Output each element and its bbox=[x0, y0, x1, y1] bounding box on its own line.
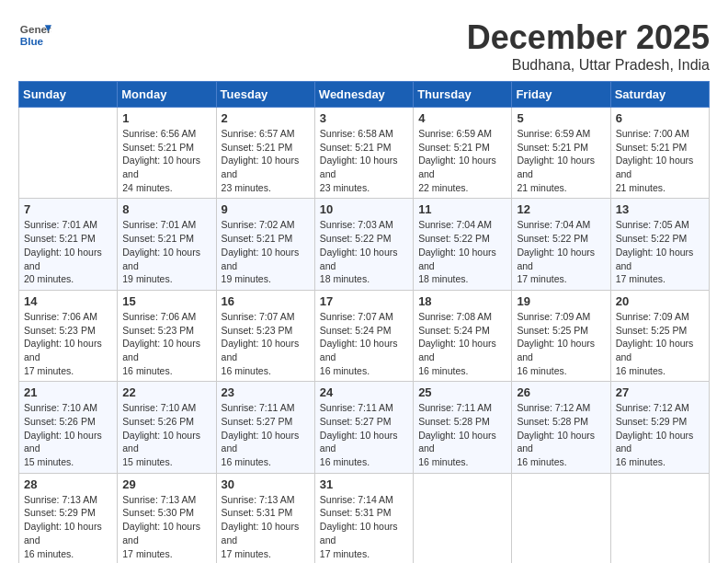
calendar-cell: 20Sunrise: 7:09 AM Sunset: 5:25 PM Dayli… bbox=[610, 290, 709, 381]
header-friday: Friday bbox=[512, 82, 610, 108]
calendar-cell: 26Sunrise: 7:12 AM Sunset: 5:28 PM Dayli… bbox=[512, 382, 610, 473]
day-info: Sunrise: 7:00 AM Sunset: 5:21 PM Dayligh… bbox=[616, 127, 704, 194]
day-number: 20 bbox=[616, 294, 704, 308]
calendar-cell: 14Sunrise: 7:06 AM Sunset: 5:23 PM Dayli… bbox=[19, 290, 118, 381]
day-number: 16 bbox=[222, 294, 310, 308]
day-number: 29 bbox=[122, 477, 210, 491]
calendar-cell bbox=[19, 108, 118, 199]
calendar-cell: 5Sunrise: 6:59 AM Sunset: 5:21 PM Daylig… bbox=[512, 108, 610, 199]
day-info: Sunrise: 7:06 AM Sunset: 5:23 PM Dayligh… bbox=[122, 310, 210, 377]
day-info: Sunrise: 7:06 AM Sunset: 5:23 PM Dayligh… bbox=[24, 310, 112, 377]
day-info: Sunrise: 7:11 AM Sunset: 5:27 PM Dayligh… bbox=[222, 401, 310, 468]
logo: General Blue bbox=[18, 18, 51, 52]
calendar-cell: 2Sunrise: 6:57 AM Sunset: 5:21 PM Daylig… bbox=[216, 108, 314, 199]
header-saturday: Saturday bbox=[610, 82, 709, 108]
calendar-cell: 17Sunrise: 7:07 AM Sunset: 5:24 PM Dayli… bbox=[314, 290, 413, 381]
day-info: Sunrise: 7:03 AM Sunset: 5:22 PM Dayligh… bbox=[320, 218, 408, 285]
calendar-cell: 22Sunrise: 7:10 AM Sunset: 5:26 PM Dayli… bbox=[118, 382, 216, 473]
day-number: 23 bbox=[222, 385, 310, 399]
day-number: 22 bbox=[122, 385, 210, 399]
calendar-week-row: 7Sunrise: 7:01 AM Sunset: 5:21 PM Daylig… bbox=[19, 199, 710, 290]
day-number: 17 bbox=[320, 294, 408, 308]
day-number: 15 bbox=[122, 294, 210, 308]
day-info: Sunrise: 7:13 AM Sunset: 5:30 PM Dayligh… bbox=[122, 493, 210, 560]
day-info: Sunrise: 7:14 AM Sunset: 5:31 PM Dayligh… bbox=[320, 493, 408, 560]
day-info: Sunrise: 7:07 AM Sunset: 5:23 PM Dayligh… bbox=[222, 310, 310, 377]
calendar-cell: 23Sunrise: 7:11 AM Sunset: 5:27 PM Dayli… bbox=[216, 382, 314, 473]
day-info: Sunrise: 7:12 AM Sunset: 5:29 PM Dayligh… bbox=[616, 401, 704, 468]
page-header: General Blue December 2025 Budhana, Utta… bbox=[18, 18, 710, 74]
calendar-cell: 10Sunrise: 7:03 AM Sunset: 5:22 PM Dayli… bbox=[314, 199, 413, 290]
calendar-table: SundayMondayTuesdayWednesdayThursdayFrid… bbox=[18, 81, 710, 563]
day-info: Sunrise: 7:11 AM Sunset: 5:28 PM Dayligh… bbox=[418, 401, 506, 468]
svg-text:Blue: Blue bbox=[20, 35, 44, 47]
day-number: 10 bbox=[320, 202, 408, 216]
day-number: 12 bbox=[517, 202, 605, 216]
day-number: 6 bbox=[616, 111, 704, 125]
day-info: Sunrise: 7:13 AM Sunset: 5:31 PM Dayligh… bbox=[222, 493, 310, 560]
day-info: Sunrise: 6:58 AM Sunset: 5:21 PM Dayligh… bbox=[320, 127, 408, 194]
header-monday: Monday bbox=[118, 82, 216, 108]
calendar-cell: 3Sunrise: 6:58 AM Sunset: 5:21 PM Daylig… bbox=[314, 108, 413, 199]
calendar-cell: 7Sunrise: 7:01 AM Sunset: 5:21 PM Daylig… bbox=[19, 199, 118, 290]
day-info: Sunrise: 7:02 AM Sunset: 5:21 PM Dayligh… bbox=[222, 218, 310, 285]
calendar-cell: 11Sunrise: 7:04 AM Sunset: 5:22 PM Dayli… bbox=[414, 199, 512, 290]
day-number: 13 bbox=[616, 202, 704, 216]
header-sunday: Sunday bbox=[19, 82, 118, 108]
calendar-cell bbox=[512, 473, 610, 563]
header-thursday: Thursday bbox=[414, 82, 512, 108]
day-info: Sunrise: 7:12 AM Sunset: 5:28 PM Dayligh… bbox=[517, 401, 605, 468]
day-number: 18 bbox=[418, 294, 506, 308]
calendar-cell: 1Sunrise: 6:56 AM Sunset: 5:21 PM Daylig… bbox=[118, 108, 216, 199]
day-number: 31 bbox=[320, 477, 408, 491]
day-info: Sunrise: 7:04 AM Sunset: 5:22 PM Dayligh… bbox=[418, 218, 506, 285]
day-info: Sunrise: 7:09 AM Sunset: 5:25 PM Dayligh… bbox=[616, 310, 704, 377]
day-info: Sunrise: 7:11 AM Sunset: 5:27 PM Dayligh… bbox=[320, 401, 408, 468]
calendar-cell: 13Sunrise: 7:05 AM Sunset: 5:22 PM Dayli… bbox=[610, 199, 709, 290]
logo-icon: General Blue bbox=[18, 18, 51, 52]
day-info: Sunrise: 7:01 AM Sunset: 5:21 PM Dayligh… bbox=[122, 218, 210, 285]
calendar-cell: 15Sunrise: 7:06 AM Sunset: 5:23 PM Dayli… bbox=[118, 290, 216, 381]
calendar-cell bbox=[414, 473, 512, 563]
day-number: 8 bbox=[122, 202, 210, 216]
calendar-cell: 9Sunrise: 7:02 AM Sunset: 5:21 PM Daylig… bbox=[216, 199, 314, 290]
day-info: Sunrise: 7:04 AM Sunset: 5:22 PM Dayligh… bbox=[517, 218, 605, 285]
day-number: 2 bbox=[222, 111, 310, 125]
day-info: Sunrise: 7:05 AM Sunset: 5:22 PM Dayligh… bbox=[616, 218, 704, 285]
svg-text:General: General bbox=[20, 23, 51, 35]
header-wednesday: Wednesday bbox=[314, 82, 413, 108]
calendar-cell: 16Sunrise: 7:07 AM Sunset: 5:23 PM Dayli… bbox=[216, 290, 314, 381]
day-info: Sunrise: 7:13 AM Sunset: 5:29 PM Dayligh… bbox=[24, 493, 112, 560]
day-info: Sunrise: 6:59 AM Sunset: 5:21 PM Dayligh… bbox=[517, 127, 605, 194]
calendar-cell: 30Sunrise: 7:13 AM Sunset: 5:31 PM Dayli… bbox=[216, 473, 314, 563]
calendar-cell: 18Sunrise: 7:08 AM Sunset: 5:24 PM Dayli… bbox=[414, 290, 512, 381]
day-info: Sunrise: 7:08 AM Sunset: 5:24 PM Dayligh… bbox=[418, 310, 506, 377]
calendar-cell: 31Sunrise: 7:14 AM Sunset: 5:31 PM Dayli… bbox=[314, 473, 413, 563]
day-number: 7 bbox=[24, 202, 112, 216]
month-title: December 2025 bbox=[467, 18, 710, 57]
day-number: 14 bbox=[24, 294, 112, 308]
day-info: Sunrise: 7:01 AM Sunset: 5:21 PM Dayligh… bbox=[24, 218, 112, 285]
day-number: 30 bbox=[222, 477, 310, 491]
day-info: Sunrise: 7:10 AM Sunset: 5:26 PM Dayligh… bbox=[122, 401, 210, 468]
day-info: Sunrise: 6:57 AM Sunset: 5:21 PM Dayligh… bbox=[222, 127, 310, 194]
calendar-week-row: 14Sunrise: 7:06 AM Sunset: 5:23 PM Dayli… bbox=[19, 290, 710, 381]
day-number: 1 bbox=[122, 111, 210, 125]
calendar-cell: 21Sunrise: 7:10 AM Sunset: 5:26 PM Dayli… bbox=[19, 382, 118, 473]
calendar-cell: 28Sunrise: 7:13 AM Sunset: 5:29 PM Dayli… bbox=[19, 473, 118, 563]
calendar-cell: 29Sunrise: 7:13 AM Sunset: 5:30 PM Dayli… bbox=[118, 473, 216, 563]
day-number: 26 bbox=[517, 385, 605, 399]
day-number: 5 bbox=[517, 111, 605, 125]
day-info: Sunrise: 7:07 AM Sunset: 5:24 PM Dayligh… bbox=[320, 310, 408, 377]
day-number: 19 bbox=[517, 294, 605, 308]
title-section: December 2025 Budhana, Uttar Pradesh, In… bbox=[467, 18, 710, 74]
day-number: 11 bbox=[418, 202, 506, 216]
calendar-week-row: 28Sunrise: 7:13 AM Sunset: 5:29 PM Dayli… bbox=[19, 473, 710, 563]
calendar-cell: 12Sunrise: 7:04 AM Sunset: 5:22 PM Dayli… bbox=[512, 199, 610, 290]
calendar-cell: 25Sunrise: 7:11 AM Sunset: 5:28 PM Dayli… bbox=[414, 382, 512, 473]
calendar-week-row: 21Sunrise: 7:10 AM Sunset: 5:26 PM Dayli… bbox=[19, 382, 710, 473]
day-number: 28 bbox=[24, 477, 112, 491]
calendar-header-row: SundayMondayTuesdayWednesdayThursdayFrid… bbox=[19, 82, 710, 108]
calendar-week-row: 1Sunrise: 6:56 AM Sunset: 5:21 PM Daylig… bbox=[19, 108, 710, 199]
calendar-cell: 4Sunrise: 6:59 AM Sunset: 5:21 PM Daylig… bbox=[414, 108, 512, 199]
